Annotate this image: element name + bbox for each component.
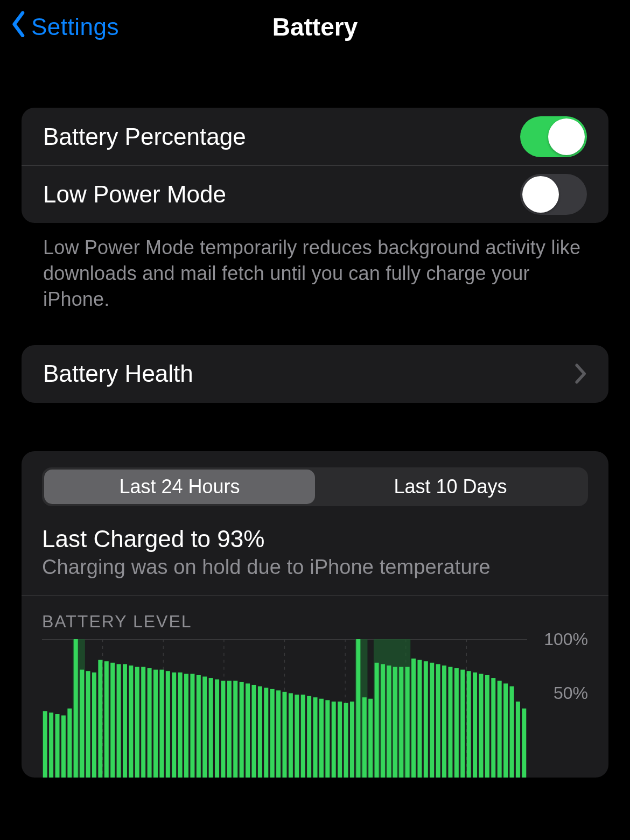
svg-rect-69	[399, 667, 403, 778]
svg-rect-51	[289, 693, 293, 778]
svg-rect-55	[313, 697, 318, 778]
svg-rect-64	[368, 698, 373, 778]
svg-rect-87	[509, 686, 514, 778]
svg-rect-29	[153, 669, 158, 778]
svg-rect-50	[283, 692, 287, 778]
svg-rect-86	[503, 683, 508, 778]
svg-rect-13	[55, 714, 60, 778]
svg-rect-78	[454, 668, 459, 778]
svg-rect-14	[61, 715, 66, 778]
svg-rect-56	[319, 698, 324, 778]
last-charged-title: Last Charged to 93%	[42, 526, 588, 552]
battery-level-chart-label: BATTERY LEVEL	[42, 612, 588, 632]
svg-rect-71	[411, 659, 416, 778]
usage-card: Last 24 Hours Last 10 Days Last Charged …	[22, 451, 608, 778]
battery-health-label: Battery Health	[43, 360, 193, 387]
toggle-group: Battery Percentage Low Power Mode	[22, 108, 608, 223]
battery-percentage-row: Battery Percentage	[22, 108, 608, 165]
svg-rect-61	[350, 702, 354, 778]
low-power-toggle[interactable]	[520, 174, 587, 215]
svg-rect-81	[473, 672, 477, 778]
svg-rect-17	[80, 669, 84, 778]
toggle-knob	[522, 176, 559, 213]
svg-rect-38	[209, 678, 213, 778]
svg-rect-41	[227, 681, 232, 778]
last-charged-subtitle: Charging was on hold due to iPhone tempe…	[42, 556, 588, 579]
svg-rect-30	[159, 669, 164, 778]
svg-rect-58	[332, 702, 336, 778]
svg-rect-20	[98, 660, 102, 778]
svg-rect-44	[246, 683, 250, 778]
svg-rect-19	[92, 672, 96, 778]
svg-rect-75	[436, 664, 440, 778]
svg-rect-62	[356, 639, 360, 778]
tab-last-24-hours[interactable]: Last 24 Hours	[44, 470, 315, 504]
svg-rect-52	[295, 695, 299, 778]
svg-rect-15	[67, 708, 72, 778]
svg-rect-18	[86, 671, 90, 778]
svg-rect-28	[148, 668, 152, 778]
svg-rect-32	[172, 672, 176, 778]
svg-rect-74	[430, 662, 434, 778]
tab-last-10-days[interactable]: Last 10 Days	[315, 470, 586, 504]
svg-rect-82	[479, 674, 483, 778]
battery-percentage-toggle[interactable]	[520, 116, 587, 157]
svg-rect-66	[381, 664, 385, 778]
svg-rect-42	[233, 681, 237, 778]
svg-rect-25	[129, 666, 133, 778]
back-label: Settings	[31, 13, 119, 40]
svg-rect-73	[424, 661, 428, 778]
svg-rect-84	[491, 678, 495, 778]
svg-rect-48	[270, 689, 275, 778]
low-power-label: Low Power Mode	[43, 181, 226, 208]
back-button[interactable]: Settings	[10, 0, 119, 54]
svg-rect-35	[190, 674, 194, 778]
svg-rect-36	[197, 675, 201, 778]
svg-rect-83	[485, 675, 489, 778]
battery-health-row[interactable]: Battery Health	[22, 345, 608, 403]
svg-rect-68	[393, 667, 397, 778]
low-power-row: Low Power Mode	[22, 165, 608, 223]
time-range-segmented-control: Last 24 Hours Last 10 Days	[42, 467, 588, 506]
svg-rect-10	[374, 639, 410, 778]
low-power-footer-note: Low Power Mode temporarily reduces backg…	[22, 223, 608, 313]
svg-rect-21	[104, 661, 109, 778]
y-tick-50: 50%	[554, 683, 588, 703]
svg-rect-16	[74, 639, 78, 778]
svg-rect-39	[215, 679, 219, 778]
svg-rect-31	[166, 671, 170, 778]
svg-rect-54	[307, 696, 311, 778]
y-axis: 100% 50%	[537, 639, 588, 747]
divider	[22, 595, 608, 596]
svg-rect-57	[325, 700, 330, 778]
chevron-left-icon	[10, 11, 28, 43]
chevron-right-icon	[575, 363, 587, 384]
svg-rect-27	[141, 667, 145, 778]
svg-rect-26	[135, 667, 139, 778]
svg-rect-45	[251, 685, 256, 778]
svg-rect-72	[417, 660, 422, 778]
y-tick-100: 100%	[544, 629, 588, 649]
svg-rect-43	[240, 682, 244, 778]
svg-rect-49	[276, 690, 281, 778]
svg-rect-88	[516, 702, 520, 778]
svg-rect-70	[405, 667, 410, 778]
svg-rect-53	[301, 695, 305, 778]
svg-rect-79	[460, 669, 465, 778]
svg-rect-85	[498, 681, 502, 778]
page-title: Battery	[272, 12, 358, 41]
battery-level-chart	[42, 639, 527, 778]
svg-rect-23	[117, 664, 121, 778]
svg-rect-77	[448, 667, 452, 778]
toggle-knob	[548, 118, 585, 155]
svg-rect-40	[221, 681, 225, 778]
svg-rect-11	[43, 711, 47, 778]
svg-rect-47	[264, 688, 268, 778]
svg-rect-60	[344, 703, 348, 778]
svg-rect-37	[202, 676, 207, 778]
battery-percentage-label: Battery Percentage	[43, 123, 246, 150]
svg-rect-33	[178, 672, 183, 778]
svg-rect-59	[338, 702, 342, 778]
battery-health-group: Battery Health	[22, 345, 608, 403]
svg-rect-67	[387, 666, 391, 778]
